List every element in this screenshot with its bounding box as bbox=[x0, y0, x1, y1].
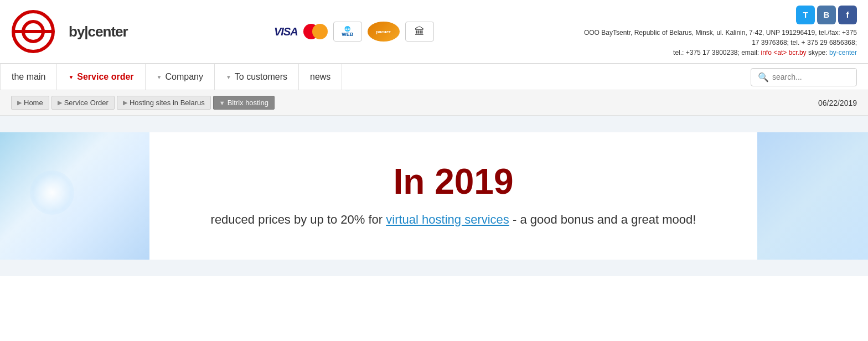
search-icon: 🔍 bbox=[758, 72, 769, 82]
search-box[interactable]: 🔍 bbox=[751, 68, 857, 86]
breadcrumb-hosting[interactable]: ▶ Hosting sites in Belarus bbox=[117, 96, 211, 110]
banner-left-image bbox=[0, 132, 149, 260]
nav-item-service-order[interactable]: ▼ Service order bbox=[57, 64, 145, 90]
payment-icons: VISA 🌐WEB расчет 🏛 bbox=[274, 22, 434, 42]
banner-text: reduced prices by up to 20% for virtual … bbox=[211, 210, 696, 229]
breadcrumb-hosting-label: Hosting sites in Belarus bbox=[130, 99, 205, 107]
breadcrumb-arrow-1: ▶ bbox=[17, 99, 22, 106]
mastercard-icon bbox=[303, 22, 328, 42]
webpay-icon: 🌐WEB bbox=[333, 22, 362, 42]
banner-shine bbox=[30, 170, 74, 215]
nav-item-main[interactable]: the main bbox=[0, 64, 57, 90]
site-header: by|center VISA 🌐WEB расчет 🏛 T B f OOO B… bbox=[0, 0, 868, 64]
nav-company-label: Company bbox=[165, 72, 203, 82]
banner-year: In 2019 bbox=[393, 164, 513, 199]
visa-icon: VISA bbox=[274, 22, 298, 42]
breadcrumb-arrow-4: ▼ bbox=[219, 100, 225, 106]
info-email-link[interactable]: info <at> bcr.by bbox=[761, 49, 807, 56]
logo[interactable]: by|center bbox=[11, 9, 128, 54]
header-right: T B f OOO BayTsentr, Republic of Belarus… bbox=[580, 6, 857, 58]
banner-link[interactable]: virtual hosting services bbox=[386, 213, 509, 226]
social-icons: T B f bbox=[580, 6, 857, 24]
company-info2: tel.: +375 17 3800238; email: info <at> … bbox=[580, 48, 857, 58]
search-input[interactable] bbox=[772, 73, 850, 81]
nav-news-label: news bbox=[310, 72, 330, 82]
breadcrumb-home[interactable]: ▶ Home bbox=[11, 96, 49, 110]
nav-item-news[interactable]: news bbox=[299, 64, 342, 90]
breadcrumb-home-label: Home bbox=[24, 99, 43, 107]
banner-text-after: - a good bonus and a great mood! bbox=[509, 213, 696, 226]
company-info: OOO BayTsentr, Republic of Belarus, Mins… bbox=[580, 28, 857, 48]
vk-icon[interactable]: B bbox=[817, 6, 836, 24]
nav-customers-label: To customers bbox=[235, 72, 287, 82]
raschet-icon: расчет bbox=[368, 22, 400, 42]
banner-center: In 2019 reduced prices by up to 20% for … bbox=[149, 132, 757, 260]
nav-service-label: Service order bbox=[77, 72, 133, 82]
banner-right-image bbox=[757, 132, 868, 260]
facebook-icon[interactable]: f bbox=[838, 6, 857, 24]
nav-bar: the main ▼ Service order ▼ Company ▼ To … bbox=[0, 64, 868, 90]
nav-customers-arrow: ▼ bbox=[226, 74, 231, 80]
banner: In 2019 reduced prices by up to 20% for … bbox=[0, 132, 868, 260]
skype-link[interactable]: by-center bbox=[829, 49, 857, 56]
breadcrumb-bitrix[interactable]: ▼ Bitrix hosting bbox=[213, 96, 275, 110]
nav-company-arrow: ▼ bbox=[157, 74, 162, 80]
breadcrumb-arrow-3: ▶ bbox=[123, 99, 127, 106]
nav-item-customers[interactable]: ▼ To customers bbox=[215, 64, 299, 90]
breadcrumb-service-label: Service Order bbox=[64, 99, 108, 107]
breadcrumb-bitrix-label: Bitrix hosting bbox=[228, 99, 268, 107]
breadcrumb-bar: ▶ Home ▶ Service Order ▶ Hosting sites i… bbox=[0, 90, 868, 116]
logo-text: by|center bbox=[69, 23, 128, 40]
breadcrumb-arrow-2: ▶ bbox=[58, 99, 62, 106]
bank-icon: 🏛 bbox=[405, 22, 434, 42]
nav-main-label: the main bbox=[12, 72, 45, 82]
nav-service-arrow: ▼ bbox=[68, 74, 74, 80]
banner-text-before: reduced prices by up to 20% for bbox=[211, 213, 386, 226]
main-content: In 2019 reduced prices by up to 20% for … bbox=[0, 116, 868, 276]
nav-item-company[interactable]: ▼ Company bbox=[146, 64, 215, 90]
breadcrumb-date: 06/22/2019 bbox=[818, 99, 857, 107]
twitter-icon[interactable]: T bbox=[796, 6, 815, 24]
logo-icon bbox=[11, 9, 66, 54]
breadcrumb-service-order[interactable]: ▶ Service Order bbox=[51, 96, 115, 110]
